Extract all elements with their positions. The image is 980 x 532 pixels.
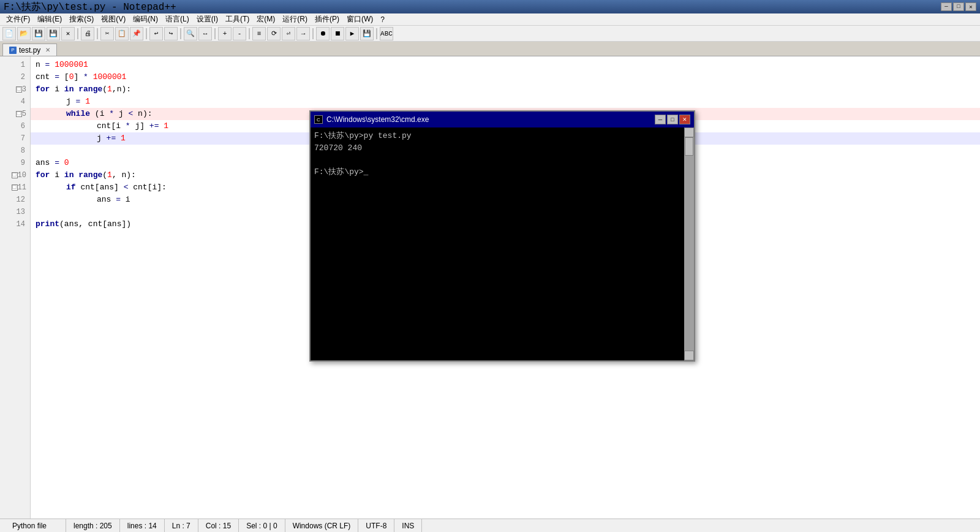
status-encoding: UTF-8 <box>358 519 394 532</box>
toolbar-indent[interactable]: → <box>296 27 310 40</box>
toolbar-sep3 <box>146 28 147 39</box>
toolbar-view-all[interactable]: ≡ <box>252 27 266 40</box>
fold-icon-3[interactable]: □ <box>16 86 22 93</box>
menu-help[interactable]: ? <box>377 15 388 25</box>
cmd-titlebar: C C:\Windows\system32\cmd.exe ─ □ ✕ <box>311 112 694 127</box>
cmd-close-button[interactable]: ✕ <box>679 115 690 124</box>
cmd-output-line4: F:\扶苏\py>_ <box>314 166 690 178</box>
toolbar: 📄 📂 💾 💾 ✕ 🖨 ✂ 📋 📌 ↩ ↪ 🔍 ↔ + - ≡ ⟳ ⏎ → ⏺ … <box>0 26 980 42</box>
line-num-9: 9 <box>0 157 30 169</box>
toolbar-sep6 <box>249 28 250 39</box>
cmd-title-buttons: ─ □ ✕ <box>655 115 690 124</box>
toolbar-wrap[interactable]: ⏎ <box>282 27 295 40</box>
status-lines: lines : 14 <box>120 519 165 532</box>
toolbar-sep8 <box>376 28 377 39</box>
titlebar: F:\扶苏\py\test.py - Notepad++ ─ □ ✕ <box>0 0 980 13</box>
cmd-output-line3 <box>314 154 690 166</box>
code-line-1: n = 1000001 <box>31 59 980 71</box>
cmd-window[interactable]: C C:\Windows\system32\cmd.exe ─ □ ✕ F:\扶… <box>309 110 695 362</box>
status-eol: Windows (CR LF) <box>285 519 359 532</box>
toolbar-replace[interactable]: ↔ <box>198 27 212 40</box>
toolbar-undo[interactable]: ↩ <box>149 27 163 40</box>
tabbar: P test.py ✕ <box>0 42 980 56</box>
toolbar-macro-save[interactable]: 💾 <box>360 27 374 40</box>
menu-settings[interactable]: 设置(I) <box>193 13 222 25</box>
line-num-13: 13 <box>0 206 30 218</box>
toolbar-spellcheck[interactable]: ABC <box>380 27 393 40</box>
cmd-title-label: C:\Windows\system32\cmd.exe <box>326 115 429 124</box>
toolbar-print[interactable]: 🖨 <box>81 27 94 40</box>
menu-macro[interactable]: 宏(M) <box>253 13 279 25</box>
line-num-12: 12 <box>0 194 30 206</box>
toolbar-macro-play[interactable]: ▶ <box>345 27 359 40</box>
line-num-8: 8 <box>0 145 30 157</box>
cmd-scrollbar[interactable]: ▲ ▼ <box>684 127 694 360</box>
line-num-14: 14 <box>0 218 30 230</box>
menu-file[interactable]: 文件(F) <box>2 13 34 25</box>
tab-close-icon[interactable]: ✕ <box>45 47 50 53</box>
menu-plugins[interactable]: 插件(P) <box>311 13 343 25</box>
menu-window[interactable]: 窗口(W) <box>343 13 377 25</box>
toolbar-cut[interactable]: ✂ <box>100 27 114 40</box>
titlebar-title: F:\扶苏\py\test.py - Notepad++ <box>4 1 176 13</box>
line-num-2: 2 <box>0 71 30 83</box>
toolbar-sync[interactable]: ⟳ <box>267 27 281 40</box>
scroll-up-button[interactable]: ▲ <box>684 127 694 137</box>
menu-tools[interactable]: 工具(T) <box>222 13 253 25</box>
toolbar-new[interactable]: 📄 <box>2 27 16 40</box>
toolbar-zoom-out[interactable]: - <box>233 27 246 40</box>
toolbar-close[interactable]: ✕ <box>61 27 75 40</box>
code-line-3: for i in range(1,n): <box>31 83 980 96</box>
code-line-2: cnt = [0] * 1000001 <box>31 71 980 83</box>
toolbar-copy[interactable]: 📋 <box>115 27 129 40</box>
cmd-minimize-button[interactable]: ─ <box>655 115 666 124</box>
status-filetype: Python file <box>5 519 66 532</box>
cmd-title-text: C C:\Windows\system32\cmd.exe <box>314 115 429 124</box>
tab-testpy[interactable]: P test.py ✕ <box>2 44 57 56</box>
cmd-body[interactable]: F:\扶苏\py>py test.py 720720 240 F:\扶苏\py>… <box>311 127 694 360</box>
line-num-4: 4 <box>0 96 30 108</box>
line-num-11: □ 11 <box>0 181 30 194</box>
scroll-track <box>684 137 694 351</box>
statusbar: Python file length : 205 lines : 14 Ln :… <box>0 519 980 532</box>
toolbar-saveall[interactable]: 💾 <box>47 27 60 40</box>
toolbar-sep5 <box>214 28 216 39</box>
toolbar-zoom-in[interactable]: + <box>218 27 232 40</box>
cmd-output-line1: F:\扶苏\py>py test.py <box>314 130 690 142</box>
status-length: length : 205 <box>66 519 120 532</box>
toolbar-find[interactable]: 🔍 <box>184 27 197 40</box>
line-num-6: 6 <box>0 120 30 132</box>
titlebar-buttons: ─ □ ✕ <box>941 2 976 11</box>
menu-edit[interactable]: 编辑(E) <box>34 13 66 25</box>
menu-search[interactable]: 搜索(S) <box>66 13 97 25</box>
menu-encode[interactable]: 编码(N) <box>129 13 162 25</box>
cmd-icon: C <box>314 115 323 124</box>
status-col: Col : 15 <box>198 519 239 532</box>
menu-run[interactable]: 运行(R) <box>279 13 311 25</box>
toolbar-macro-stop[interactable]: ⏹ <box>331 27 344 40</box>
toolbar-macro-rec[interactable]: ⏺ <box>316 27 330 40</box>
line-num-10: □ 10 <box>0 169 30 181</box>
maximize-button[interactable]: □ <box>953 2 964 11</box>
menubar: 文件(F) 编辑(E) 搜索(S) 视图(V) 编码(N) 语言(L) 设置(I… <box>0 13 980 26</box>
status-mode: INS <box>394 519 422 532</box>
menu-view[interactable]: 视图(V) <box>97 13 129 25</box>
close-button[interactable]: ✕ <box>965 2 976 11</box>
line-num-1: 1 <box>0 59 30 71</box>
line-num-7: 7 <box>0 132 30 145</box>
toolbar-save[interactable]: 💾 <box>32 27 45 40</box>
cmd-maximize-button[interactable]: □ <box>667 115 678 124</box>
scroll-thumb[interactable] <box>685 137 693 156</box>
minimize-button[interactable]: ─ <box>941 2 952 11</box>
toolbar-paste[interactable]: 📌 <box>130 27 143 40</box>
toolbar-open[interactable]: 📂 <box>17 27 31 40</box>
main-area: 1 2 □ 3 4 □ 5 6 7 8 9 □ 10 □ 11 12 13 14… <box>0 56 980 519</box>
fold-icon-5[interactable]: □ <box>16 111 22 117</box>
toolbar-redo[interactable]: ↪ <box>164 27 178 40</box>
line-numbers: 1 2 □ 3 4 □ 5 6 7 8 9 □ 10 □ 11 12 13 14 <box>0 56 31 519</box>
tab-label: test.py <box>19 46 40 55</box>
menu-language[interactable]: 语言(L) <box>162 13 193 25</box>
scroll-down-button[interactable]: ▼ <box>684 351 694 360</box>
fold-icon-11[interactable]: □ <box>12 184 18 191</box>
fold-icon-10[interactable]: □ <box>12 172 18 178</box>
